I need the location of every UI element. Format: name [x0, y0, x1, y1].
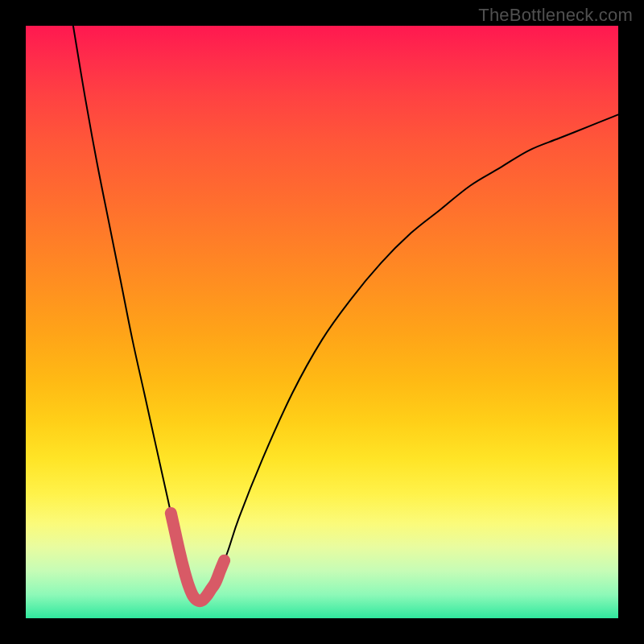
plot-area [26, 26, 618, 618]
watermark-text: TheBottleneck.com [478, 5, 633, 26]
outer-frame: TheBottleneck.com [0, 0, 644, 644]
bottleneck-curve [73, 26, 618, 602]
marker-run [171, 513, 224, 601]
curve-layer [26, 26, 618, 618]
